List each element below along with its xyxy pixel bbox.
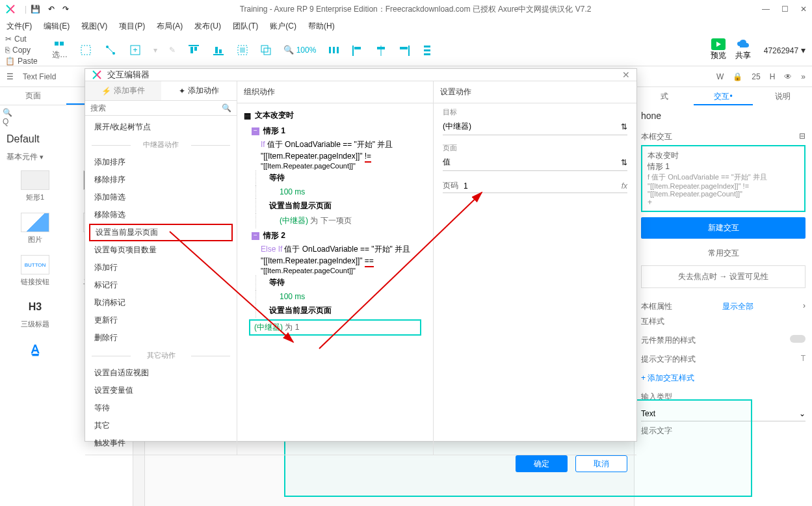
sparkle-icon: ✦ bbox=[179, 87, 185, 96]
cancel-button[interactable]: 取消 bbox=[575, 455, 627, 472]
tab-add-event[interactable]: ⚡添加事件 bbox=[85, 81, 161, 100]
case1-wait[interactable]: 等待 bbox=[255, 170, 426, 185]
widget-link-button[interactable]: BUTTON链接按钮 bbox=[4, 250, 66, 292]
menu-team[interactable]: 团队(T) bbox=[233, 21, 258, 32]
collapse-icon[interactable]: − bbox=[252, 232, 259, 240]
show-all-link[interactable]: 显示全部 bbox=[722, 301, 753, 312]
disabled-style-toggle[interactable] bbox=[790, 335, 805, 343]
select-tool[interactable]: 选… bbox=[52, 39, 68, 60]
action-add-rows[interactable]: 添加行 bbox=[85, 259, 237, 276]
add-interaction-style[interactable]: + 添加交互样式 bbox=[641, 369, 805, 388]
redo-icon[interactable]: ↷ bbox=[62, 5, 69, 14]
h-val[interactable]: 25 bbox=[752, 72, 760, 81]
lock-icon[interactable]: 🔒 bbox=[733, 72, 742, 81]
action-wait[interactable]: 等待 bbox=[85, 399, 237, 417]
case2-set-page-value-highlighted[interactable]: (中继器) 为 1 bbox=[249, 319, 421, 336]
new-interaction-button[interactable]: 新建交互 bbox=[641, 217, 805, 239]
align-left-icon[interactable] bbox=[351, 44, 363, 56]
save-icon[interactable]: 💾 bbox=[31, 5, 40, 14]
action-set-adaptive[interactable]: 设置自适应视图 bbox=[85, 364, 237, 382]
case-1[interactable]: −情形 1 bbox=[244, 124, 426, 139]
action-unmark-rows[interactable]: 取消标记 bbox=[85, 294, 237, 312]
menu-publish[interactable]: 发布(U) bbox=[194, 21, 221, 32]
format-icon[interactable]: ☰ bbox=[7, 72, 14, 81]
other-actions-divider: 其它动作 bbox=[85, 351, 237, 360]
align-right-icon[interactable] bbox=[398, 44, 410, 56]
align-top-icon[interactable] bbox=[187, 44, 200, 57]
ok-button[interactable]: 确定 bbox=[516, 455, 568, 472]
collapse-icon[interactable]: − bbox=[252, 127, 259, 135]
action-add-sort[interactable]: 添加排序 bbox=[85, 153, 237, 171]
menu-help[interactable]: 帮助(H) bbox=[308, 21, 335, 32]
group-icon[interactable] bbox=[237, 44, 248, 56]
action-update-rows[interactable]: 更新行 bbox=[85, 312, 237, 329]
maximize-icon[interactable]: ☐ bbox=[781, 5, 789, 14]
action-set-current-page[interactable]: 设置当前显示页面 bbox=[89, 224, 233, 241]
menu-arrange[interactable]: 布局(A) bbox=[157, 21, 183, 32]
pageno-input[interactable] bbox=[464, 181, 622, 191]
options-icon[interactable]: ⊟ bbox=[799, 131, 805, 142]
account-display[interactable]: 47262947 ▾ bbox=[764, 45, 805, 55]
ungroup-icon[interactable] bbox=[260, 44, 272, 56]
dialog-title: 交互编辑器 bbox=[107, 69, 622, 81]
pen-icon[interactable]: ✎ bbox=[169, 46, 176, 55]
menu-account[interactable]: 账户(C) bbox=[270, 21, 296, 32]
connect-icon[interactable] bbox=[104, 44, 117, 57]
widget-h3[interactable]: H3三级标题 bbox=[4, 292, 66, 334]
tab-add-action[interactable]: ✦添加动作 bbox=[161, 81, 237, 100]
insert-icon[interactable]: + bbox=[129, 44, 142, 57]
widget-rect1[interactable]: 矩形1 bbox=[4, 165, 66, 207]
menu-view[interactable]: 视图(V) bbox=[81, 21, 107, 32]
paste-button[interactable]: 📋Paste bbox=[5, 56, 40, 66]
menu-project[interactable]: 项目(P) bbox=[119, 21, 145, 32]
page-select[interactable]: 值⇅ bbox=[443, 154, 627, 171]
preview-button[interactable]: 预览 bbox=[711, 38, 726, 61]
zoom-display[interactable]: 🔍 100% bbox=[283, 45, 316, 55]
tab-style[interactable]: 式 bbox=[635, 87, 694, 105]
action-remove-filter[interactable]: 移除筛选 bbox=[85, 206, 237, 224]
action-search[interactable] bbox=[90, 103, 222, 113]
action-fire-event[interactable]: 触发事件 bbox=[85, 434, 237, 452]
target-select[interactable]: (中继器)⇅ bbox=[443, 118, 627, 135]
case2-wait[interactable]: 等待 bbox=[255, 275, 426, 290]
copy-button[interactable]: ⎘Copy bbox=[5, 45, 40, 55]
marquee-icon[interactable] bbox=[79, 44, 92, 57]
action-set-items-per-page[interactable]: 设置每页项目数量 bbox=[85, 241, 237, 259]
fx-button[interactable]: fx bbox=[622, 181, 627, 191]
case-2[interactable]: −情形 2 bbox=[244, 228, 426, 243]
event-text-change[interactable]: ▦文本改变时 bbox=[244, 107, 426, 124]
action-set-variable[interactable]: 设置变量值 bbox=[85, 382, 237, 399]
widget-a2[interactable]: A̲ bbox=[4, 334, 66, 364]
action-tree-expand[interactable]: 展开/收起树节点 bbox=[85, 118, 237, 136]
case2-set-page[interactable]: 设置当前显示页面 bbox=[255, 303, 426, 318]
align-center-icon[interactable] bbox=[374, 44, 386, 56]
tab-notes[interactable]: 说明 bbox=[753, 87, 812, 105]
action-add-filter[interactable]: 添加筛选 bbox=[85, 189, 237, 206]
text-icon[interactable]: T bbox=[801, 354, 805, 365]
tab-pages[interactable]: 页面 bbox=[0, 87, 66, 105]
menu-file[interactable]: 文件(F) bbox=[7, 21, 32, 32]
share-button[interactable]: 共享 bbox=[735, 38, 751, 61]
eye-icon[interactable]: 👁 bbox=[784, 72, 792, 81]
undo-icon[interactable]: ↶ bbox=[48, 5, 55, 14]
add-action[interactable]: + bbox=[648, 198, 799, 207]
action-other[interactable]: 其它 bbox=[85, 417, 237, 434]
dialog-close-button[interactable]: ✕ bbox=[622, 70, 630, 80]
tab-interactions[interactable]: 交互• bbox=[694, 87, 753, 105]
minimize-icon[interactable]: — bbox=[762, 5, 770, 14]
action-mark-rows[interactable]: 标记行 bbox=[85, 276, 237, 294]
action-delete-rows[interactable]: 删除行 bbox=[85, 329, 237, 347]
action-remove-sort[interactable]: 移除排序 bbox=[85, 171, 237, 189]
cut-button[interactable]: ✂Cut bbox=[5, 34, 40, 44]
menu-edit[interactable]: 编辑(E) bbox=[44, 21, 70, 32]
chevron-updown-icon: ⇅ bbox=[621, 158, 627, 167]
close-icon[interactable]: ✕ bbox=[800, 5, 807, 14]
common-interaction-item[interactable]: 失去焦点时 → 设置可见性 bbox=[641, 265, 805, 288]
widget-image[interactable]: 图片 bbox=[4, 207, 66, 250]
more-icon[interactable]: » bbox=[801, 72, 805, 81]
align-bottom-icon[interactable] bbox=[212, 44, 225, 57]
distribute-v-icon[interactable] bbox=[421, 44, 433, 56]
distribute-h-icon[interactable] bbox=[328, 44, 339, 56]
interaction-box[interactable]: 本改变时 情形 1 f 值于 OnLoadVariable == "开始" 并且… bbox=[641, 145, 805, 212]
case1-set-page[interactable]: 设置当前显示页面 bbox=[255, 198, 426, 213]
